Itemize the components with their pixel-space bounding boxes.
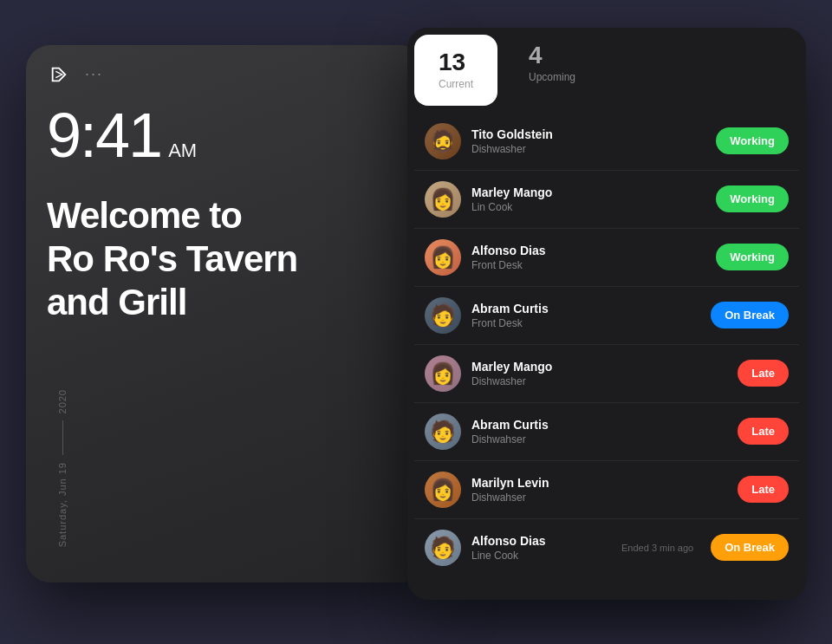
tablet-header: ··· — [47, 62, 404, 87]
avatar — [425, 413, 461, 450]
employee-row[interactable]: Abram Curtis Front Desk On Break — [414, 287, 799, 345]
employee-name: Alfonso Dias — [471, 534, 611, 548]
avatar-face — [425, 355, 461, 392]
employee-name: Abram Curtis — [471, 418, 727, 432]
status-badge[interactable]: Late — [738, 360, 789, 387]
panel-right: 13 Current 4 Upcoming Tito Goldstein Dis… — [407, 28, 806, 600]
status-badge[interactable]: On Break — [711, 302, 789, 329]
date-sidebar: 2020 Saturday, Jun 19 — [57, 389, 68, 548]
stat-upcoming[interactable]: 4 Upcoming — [504, 28, 600, 113]
avatar-face — [425, 239, 461, 276]
logo-icon — [47, 62, 71, 87]
date-year: 2020 — [57, 389, 68, 413]
status-badge[interactable]: Working — [716, 185, 789, 212]
employee-row[interactable]: Tito Goldstein Dishwasher Working — [414, 113, 799, 171]
avatar — [425, 181, 461, 218]
employee-role: Lin Cook — [471, 201, 705, 213]
employee-info: Marilyn Levin Dishwahser — [471, 476, 727, 504]
status-badge[interactable]: Late — [738, 418, 789, 445]
employee-name: Tito Goldstein — [471, 127, 705, 141]
employee-role: Line Cook — [471, 550, 611, 562]
avatar — [425, 530, 461, 566]
scene: ··· 9:41 AM Welcome to Ro Ro's Tavern an… — [26, 28, 806, 617]
avatar — [425, 239, 461, 276]
employee-info: Marley Mango Lin Cook — [471, 185, 705, 213]
employee-name: Marilyn Levin — [471, 476, 727, 490]
avatar-face — [425, 297, 461, 334]
stat-current-label: Current — [439, 78, 473, 90]
employee-row[interactable]: Marilyn Levin Dishwahser Late — [414, 461, 799, 519]
employee-name: Marley Mango — [471, 185, 705, 199]
avatar-face — [425, 413, 461, 450]
avatar — [425, 297, 461, 334]
date-label: Saturday, Jun 19 — [57, 462, 68, 547]
status-badge[interactable]: Working — [716, 244, 789, 270]
time-hours: 9:41 — [47, 104, 161, 166]
status-badge[interactable]: On Break — [711, 534, 789, 561]
time-ampm: AM — [168, 140, 197, 162]
employee-row[interactable]: Alfonso Dias Line Cook Ended 3 min ago O… — [414, 519, 799, 576]
employee-role: Dishwahser — [471, 491, 727, 504]
employee-role: Dishwasher — [471, 143, 705, 155]
employee-name: Marley Mango — [471, 360, 727, 374]
status-badge[interactable]: Working — [716, 127, 789, 154]
employee-info: Tito Goldstein Dishwasher — [471, 127, 705, 155]
employee-role: Front Desk — [471, 259, 705, 271]
employee-row[interactable]: Abram Curtis Dishwahser Late — [414, 403, 799, 461]
employee-row[interactable]: Marley Mango Lin Cook Working — [414, 171, 799, 229]
employee-row[interactable]: Alfonso Dias Front Desk Working — [414, 229, 799, 287]
tablet-left: ··· 9:41 AM Welcome to Ro Ro's Tavern an… — [26, 45, 425, 582]
employee-info: Abram Curtis Front Desk — [471, 302, 700, 329]
time-display: 9:41 AM — [47, 104, 404, 166]
employee-name: Alfonso Dias — [471, 244, 705, 257]
avatar-face — [425, 181, 461, 218]
employee-role: Dishwasher — [471, 375, 727, 387]
avatar — [425, 472, 461, 508]
logo-svg — [49, 65, 68, 84]
date-line-divider — [62, 420, 63, 455]
employee-info: Alfonso Dias Line Cook — [471, 534, 611, 562]
employee-note: Ended 3 min ago — [621, 543, 693, 553]
status-badge[interactable]: Late — [738, 476, 789, 503]
avatar-face — [425, 472, 461, 508]
employee-info: Marley Mango Dishwasher — [471, 360, 727, 387]
employee-role: Front Desk — [471, 317, 700, 329]
stats-bar: 13 Current 4 Upcoming — [407, 28, 806, 113]
employees-list: Tito Goldstein Dishwasher Working Marley… — [407, 113, 806, 600]
employee-name: Abram Curtis — [471, 302, 700, 315]
employee-row[interactable]: Marley Mango Dishwasher Late — [414, 345, 799, 403]
stat-upcoming-number: 4 — [529, 43, 575, 68]
stat-current[interactable]: 13 Current — [414, 35, 497, 106]
stat-current-number: 13 — [439, 50, 473, 75]
avatar-face — [425, 530, 461, 566]
more-icon[interactable]: ··· — [85, 65, 103, 83]
employee-info: Abram Curtis Dishwahser — [471, 418, 727, 446]
avatar — [425, 355, 461, 392]
welcome-text: Welcome to Ro Ro's Tavern and Grill — [47, 194, 404, 325]
employee-role: Dishwahser — [471, 433, 727, 446]
avatar-face — [425, 123, 461, 159]
employee-info: Alfonso Dias Front Desk — [471, 244, 705, 271]
stat-upcoming-label: Upcoming — [529, 71, 575, 83]
avatar — [425, 123, 461, 159]
